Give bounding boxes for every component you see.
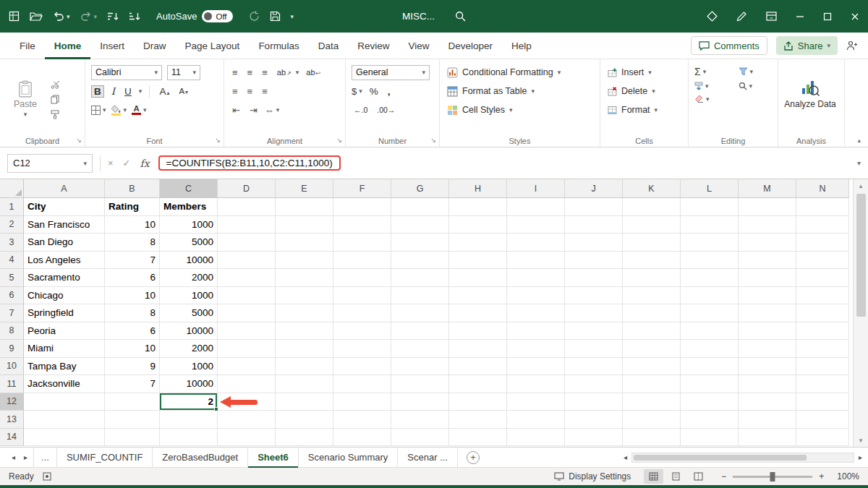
cell-K13[interactable]: [623, 411, 681, 429]
cell-J1[interactable]: [565, 198, 623, 216]
cell-D11[interactable]: [218, 375, 276, 393]
align-top-button[interactable]: ≡: [230, 67, 240, 78]
column-header-K[interactable]: K: [623, 179, 681, 198]
cell-G9[interactable]: [391, 340, 449, 358]
percent-format-button[interactable]: %: [367, 86, 380, 97]
font-color-button[interactable]: A ▾: [132, 105, 147, 115]
cell-G10[interactable]: [391, 358, 449, 376]
cancel-icon[interactable]: ×: [108, 158, 114, 168]
cell-A4[interactable]: Los Angeles: [24, 252, 105, 270]
sheet-tab-scenario-summary[interactable]: Scenario Summary: [299, 448, 399, 468]
cell-B2[interactable]: 10: [105, 216, 160, 234]
cell-H13[interactable]: [449, 411, 507, 429]
cell-B14[interactable]: [105, 429, 160, 447]
cell-H11[interactable]: [449, 375, 507, 393]
save-icon[interactable]: [270, 11, 281, 22]
cell-B11[interactable]: 7: [105, 375, 160, 393]
cell-C4[interactable]: 10000: [160, 252, 218, 270]
cell-F4[interactable]: [333, 252, 391, 270]
cell-C9[interactable]: 2000: [160, 340, 218, 358]
formula-input[interactable]: =COUNTIFS(B2:B11,10,C2:C11,1000): [158, 155, 341, 171]
cell-K11[interactable]: [623, 375, 681, 393]
cell-G14[interactable]: [391, 429, 449, 447]
cell-M7[interactable]: [739, 304, 796, 322]
search-icon[interactable]: [455, 11, 466, 22]
cell-F9[interactable]: [333, 340, 391, 358]
tab-insert[interactable]: Insert: [90, 33, 134, 59]
cell-F7[interactable]: [333, 304, 391, 322]
row-header-14[interactable]: 14: [0, 429, 24, 447]
sheet-nav-right-icon[interactable]: ▸: [24, 453, 27, 461]
zoom-out-button[interactable]: −: [721, 471, 726, 481]
cell-E1[interactable]: [276, 198, 333, 216]
column-header-G[interactable]: G: [391, 179, 449, 198]
cell-J13[interactable]: [565, 411, 623, 429]
cell-F8[interactable]: [333, 322, 391, 341]
cell-D14[interactable]: [218, 429, 276, 447]
row-header-13[interactable]: 13: [0, 411, 24, 429]
cell-M8[interactable]: [739, 322, 796, 341]
wrap-text-button[interactable]: ab↩: [304, 68, 323, 77]
cell-B13[interactable]: [105, 411, 160, 429]
cell-A11[interactable]: Jacksonville: [24, 375, 105, 393]
cell-M11[interactable]: [739, 375, 796, 393]
cell-H6[interactable]: [449, 287, 507, 305]
cell-D9[interactable]: [218, 340, 276, 358]
cell-K1[interactable]: [623, 198, 681, 216]
cell-D13[interactable]: [218, 411, 276, 429]
column-header-A[interactable]: A: [24, 179, 105, 198]
cell-E14[interactable]: [276, 429, 333, 447]
cell-K9[interactable]: [623, 340, 681, 358]
cell-D3[interactable]: [218, 234, 276, 252]
cell-N9[interactable]: [796, 340, 849, 358]
cell-H4[interactable]: [449, 252, 507, 270]
align-bottom-button[interactable]: ≡: [260, 67, 270, 78]
cell-L12[interactable]: [681, 393, 739, 411]
cell-G3[interactable]: [391, 234, 449, 252]
column-header-N[interactable]: N: [796, 179, 849, 198]
cell-F5[interactable]: [333, 269, 391, 287]
cell-A6[interactable]: Chicago: [24, 287, 105, 305]
cell-M9[interactable]: [739, 340, 796, 358]
open-folder-icon[interactable]: [30, 12, 43, 22]
cell-L2[interactable]: [681, 216, 739, 234]
cell-K5[interactable]: [623, 269, 681, 287]
fill-button[interactable]: ▾: [694, 82, 728, 90]
row-header-2[interactable]: 2: [0, 216, 24, 234]
quick-access-chevron-icon[interactable]: ▾: [291, 13, 294, 20]
cell-J7[interactable]: [565, 304, 623, 322]
column-header-C[interactable]: C: [160, 179, 218, 198]
underline-options-icon[interactable]: ▾: [139, 87, 142, 95]
font-name-select[interactable]: Calibri▾: [91, 65, 162, 80]
cell-F10[interactable]: [333, 358, 391, 376]
cell-N1[interactable]: [796, 198, 849, 216]
cell-F1[interactable]: [333, 198, 391, 216]
cell-A12[interactable]: [24, 393, 105, 411]
borders-button[interactable]: ▾: [91, 106, 106, 115]
row-header-12[interactable]: 12: [0, 393, 24, 411]
cell-G7[interactable]: [391, 304, 449, 322]
draw-pen-icon[interactable]: [736, 11, 747, 22]
cell-N12[interactable]: [796, 393, 849, 411]
cell-H10[interactable]: [449, 358, 507, 376]
zoom-slider[interactable]: [733, 476, 812, 478]
cell-D6[interactable]: [218, 287, 276, 305]
underline-button[interactable]: U: [122, 86, 134, 97]
cell-K3[interactable]: [623, 234, 681, 252]
cell-G2[interactable]: [391, 216, 449, 234]
cell-A9[interactable]: Miami: [24, 340, 105, 358]
cell-A13[interactable]: [24, 411, 105, 429]
cell-N13[interactable]: [796, 411, 849, 429]
cell-D5[interactable]: [218, 269, 276, 287]
zoom-slider-thumb[interactable]: [770, 472, 775, 481]
cell-I5[interactable]: [507, 269, 565, 287]
cell-B9[interactable]: 10: [105, 340, 160, 358]
cell-I6[interactable]: [507, 287, 565, 305]
number-dialog-launcher-icon[interactable]: ↘: [430, 137, 436, 144]
column-header-I[interactable]: I: [507, 179, 565, 198]
paste-button[interactable]: Paste ▾: [6, 63, 45, 135]
scroll-down-icon[interactable]: ▾: [859, 437, 863, 444]
cell-I13[interactable]: [507, 411, 565, 429]
italic-button[interactable]: I: [109, 85, 117, 97]
enter-icon[interactable]: ✓: [123, 158, 131, 168]
